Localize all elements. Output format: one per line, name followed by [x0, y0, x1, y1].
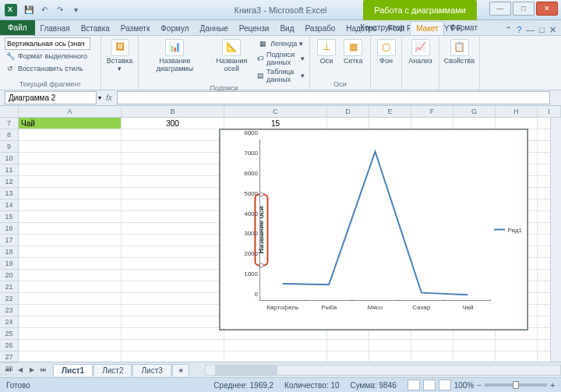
cell[interactable]: [122, 351, 224, 362]
cell[interactable]: [122, 270, 224, 281]
cell[interactable]: [19, 129, 122, 141]
cell[interactable]: [122, 328, 224, 340]
cell[interactable]: [122, 176, 224, 188]
cell[interactable]: [122, 246, 224, 258]
maximize-button[interactable]: □: [513, 2, 535, 16]
cell[interactable]: [19, 164, 122, 176]
row-header[interactable]: 19: [0, 258, 18, 270]
tab-chart-layout[interactable]: Макет: [410, 21, 444, 35]
sheet-tab-3[interactable]: Лист3: [132, 364, 171, 376]
tab-review[interactable]: Рецензи: [234, 22, 275, 35]
column-header[interactable]: E: [369, 106, 411, 117]
data-table-button[interactable]: ▤Таблица данных ▾: [257, 67, 305, 84]
cell[interactable]: [122, 305, 224, 316]
axis-titles-button[interactable]: 📐Названия осей: [210, 37, 254, 84]
minimize-ribbon-icon[interactable]: ⌃: [505, 25, 512, 35]
row-header[interactable]: 12: [0, 176, 18, 188]
cell[interactable]: [19, 340, 122, 351]
zoom-slider[interactable]: [485, 383, 547, 387]
cell[interactable]: [327, 118, 369, 129]
row-header[interactable]: 20: [0, 270, 18, 281]
name-box[interactable]: [5, 91, 97, 104]
view-page-break-button[interactable]: [439, 380, 451, 390]
column-header[interactable]: H: [496, 106, 538, 117]
cell[interactable]: [19, 235, 122, 246]
column-header[interactable]: B: [122, 106, 224, 117]
column-header[interactable]: A: [19, 106, 122, 117]
cell[interactable]: [327, 340, 369, 351]
zoom-in-button[interactable]: +: [550, 381, 555, 390]
cell[interactable]: Чай: [19, 118, 122, 129]
view-page-layout-button[interactable]: [423, 380, 436, 390]
help-icon[interactable]: ?: [517, 25, 521, 35]
row-header[interactable]: 24: [0, 316, 18, 328]
cell[interactable]: [19, 316, 122, 328]
redo-icon[interactable]: ↷: [53, 3, 67, 17]
cell[interactable]: [19, 176, 122, 188]
row-header[interactable]: 21: [0, 281, 18, 293]
axes-button[interactable]: ⊥Оси: [315, 37, 338, 67]
row-header[interactable]: 11: [0, 164, 18, 176]
cell[interactable]: [224, 328, 327, 340]
cell[interactable]: [19, 141, 122, 153]
cell[interactable]: [122, 188, 224, 200]
tab-home[interactable]: Главная: [35, 22, 76, 35]
gridlines-button[interactable]: ▦Сетка: [341, 37, 365, 67]
row-header[interactable]: 8: [0, 129, 18, 141]
properties-button[interactable]: 📋Свойства: [444, 37, 475, 67]
cell[interactable]: [122, 141, 224, 153]
cell[interactable]: [411, 118, 453, 129]
cell[interactable]: [453, 340, 496, 351]
cell[interactable]: [224, 351, 327, 362]
zoom-out-button[interactable]: −: [477, 381, 482, 390]
column-header[interactable]: C: [224, 106, 327, 117]
row-header[interactable]: 17: [0, 235, 18, 246]
cell[interactable]: [122, 153, 224, 164]
row-header[interactable]: 22: [0, 293, 18, 305]
sheet-nav-next-icon[interactable]: ▶: [26, 365, 37, 376]
row-header[interactable]: 27: [0, 351, 18, 363]
tab-file[interactable]: Файл: [0, 20, 35, 35]
workbook-close-icon[interactable]: ✕: [549, 25, 556, 35]
cell[interactable]: [369, 351, 411, 362]
cell[interactable]: [369, 340, 411, 351]
cell[interactable]: [411, 351, 453, 362]
tab-insert[interactable]: Вставка: [76, 22, 115, 35]
plot-area[interactable]: [259, 139, 491, 301]
cell[interactable]: [122, 340, 224, 351]
fx-icon[interactable]: fx: [106, 94, 112, 102]
cell[interactable]: [411, 328, 453, 340]
cell[interactable]: [369, 118, 411, 129]
column-header[interactable]: I: [538, 106, 561, 117]
cell[interactable]: [496, 328, 538, 340]
legend-button[interactable]: ▦Легенда ▾: [257, 37, 305, 50]
cell[interactable]: [19, 281, 122, 293]
format-selection-button[interactable]: 🔧Формат выделенного: [5, 50, 96, 62]
row-header[interactable]: 14: [0, 200, 18, 211]
cell[interactable]: [122, 316, 224, 328]
name-box-dropdown-icon[interactable]: ▾: [98, 94, 101, 101]
cell[interactable]: [453, 351, 496, 362]
cell[interactable]: [122, 211, 224, 223]
cell[interactable]: [496, 340, 538, 351]
plot-background-button[interactable]: ▢Фон: [376, 37, 397, 67]
cell[interactable]: [19, 246, 122, 258]
cell[interactable]: 15: [224, 118, 327, 129]
cell[interactable]: [19, 153, 122, 164]
sheet-tab-2[interactable]: Лист2: [94, 364, 132, 376]
tab-developer[interactable]: Разрабо: [300, 22, 341, 35]
row-header[interactable]: 10: [0, 153, 18, 164]
row-header[interactable]: 16: [0, 223, 18, 235]
cell[interactable]: [496, 351, 538, 362]
column-header[interactable]: G: [453, 106, 496, 117]
row-header[interactable]: 13: [0, 188, 18, 200]
cell[interactable]: [122, 258, 224, 270]
workbook-restore-icon[interactable]: □: [539, 25, 545, 35]
cell[interactable]: [19, 270, 122, 281]
sheet-nav-last-icon[interactable]: ⏭: [38, 365, 49, 376]
cell[interactable]: [496, 118, 538, 129]
cell[interactable]: [19, 223, 122, 235]
row-header[interactable]: 26: [0, 340, 18, 351]
cell[interactable]: [224, 340, 327, 351]
row-header[interactable]: 28: [0, 363, 18, 375]
